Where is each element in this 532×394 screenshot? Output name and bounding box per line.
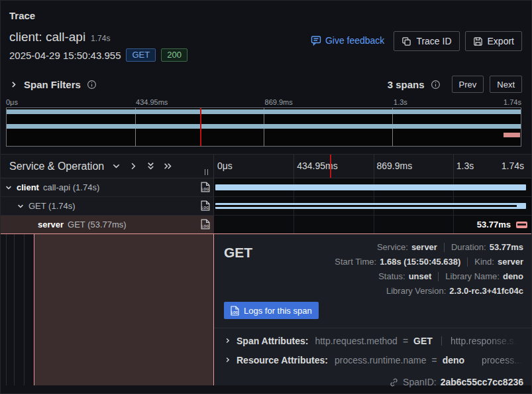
export-button[interactable]: Export	[465, 31, 522, 51]
selected-span-detail-gutter	[34, 234, 214, 385]
trace-panel: Trace client: call-api 1.74s 2025-04-29 …	[0, 0, 532, 394]
expand-one-icon[interactable]	[129, 161, 138, 171]
export-label: Export	[488, 36, 514, 46]
library-version-label: Library Version:	[386, 286, 446, 296]
minimap-span-bar-client	[7, 109, 521, 114]
prev-button[interactable]: Prev	[452, 76, 484, 93]
chevron-down-icon[interactable]	[17, 202, 25, 210]
start-time-value: 1.68s (15:50:45.638)	[380, 257, 460, 267]
give-feedback-label: Give feedback	[325, 35, 385, 46]
logs-icon[interactable]: LOG	[201, 200, 210, 213]
library-name-label: Library Name:	[445, 271, 500, 281]
span-track[interactable]	[214, 178, 532, 196]
link-icon[interactable]	[389, 377, 399, 387]
indent-guide	[14, 234, 15, 385]
span-filters-bar: Span Filters 3 spans Prev Next	[9, 74, 522, 95]
minimap-span-bar-get	[7, 124, 521, 129]
service-label: Service:	[377, 242, 408, 252]
info-icon[interactable]	[87, 80, 97, 90]
axis-tick: 434.95ms	[297, 161, 337, 171]
prev-label: Prev	[459, 80, 477, 90]
service-operation-header: Service & Operation	[1, 155, 214, 178]
info-icon[interactable]	[431, 80, 441, 90]
minimap-tick: 869.9ms	[265, 98, 293, 106]
span-detail-zone: GET Service: server Duration: 53.77ms St…	[1, 234, 532, 394]
span-duration-bar[interactable]	[215, 203, 526, 209]
attribute-key: http.request.method	[315, 336, 398, 346]
span-overview: Service: server Duration: 53.77ms Start …	[335, 242, 523, 296]
axis-tick: 1.3s	[456, 161, 474, 171]
span-row-get[interactable]: GET (1.74s) LOG	[1, 197, 532, 216]
start-time-label: Start Time:	[335, 257, 376, 267]
attribute-key-truncated: http.response.s...	[451, 336, 521, 346]
logs-icon[interactable]: LOG	[201, 182, 210, 194]
span-row-client[interactable]: client call-api (1.74s) LOG	[1, 178, 532, 197]
minimap-tick: 0μs	[6, 98, 18, 106]
span-attributes-row[interactable]: Span Attributes: http.request.method = G…	[224, 331, 523, 350]
span-detail-panel: GET Service: server Duration: 53.77ms St…	[214, 234, 532, 385]
trace-header-actions: Give feedback Trace ID Export	[311, 30, 522, 68]
attribute-value: GET	[413, 336, 433, 346]
expand-all-icon[interactable]	[163, 161, 173, 171]
status-value: unset	[409, 271, 432, 281]
trace-header-left: client: call-api 1.74s 2025-04-29 15:50:…	[9, 30, 187, 68]
resource-attributes-label: Resource Attributes:	[237, 355, 328, 365]
span-operation-name: GET (53.77ms)	[68, 220, 127, 230]
span-filters-toggle[interactable]: Span Filters	[9, 79, 97, 90]
span-duration-bar[interactable]	[215, 184, 526, 190]
span-row-server-selected[interactable]: server GET (53.77ms) LOG 53.77ms	[1, 216, 532, 234]
axis-tick: 1.74s	[502, 161, 524, 171]
svg-text:LOG: LOG	[201, 188, 209, 191]
svg-text:LOG: LOG	[231, 311, 238, 314]
collapse-all-icon[interactable]	[146, 161, 156, 171]
collapse-one-icon[interactable]	[111, 161, 121, 171]
next-label: Next	[497, 80, 515, 90]
svg-text:LOG: LOG	[201, 225, 209, 228]
trace-header: client: call-api 1.74s 2025-04-29 15:50:…	[9, 30, 522, 68]
duration-label: Duration:	[451, 242, 486, 252]
next-button[interactable]: Next	[490, 76, 522, 93]
chevron-right-icon	[224, 337, 231, 344]
indent-guide	[24, 234, 25, 385]
timeline-header: Service & Operation 0μs 434.95ms 869.9ms…	[1, 154, 532, 178]
span-detail-title: GET	[224, 245, 252, 296]
save-icon	[473, 36, 483, 46]
attribute-key: process.runtime.name	[335, 355, 427, 365]
chevron-down-icon[interactable]	[5, 184, 13, 192]
resource-attributes-row[interactable]: Resource Attributes: process.runtime.nam…	[224, 350, 523, 369]
span-id-value: 2ab6c55cc7cc8236	[441, 377, 523, 387]
span-operation-name: GET (1.74s)	[28, 201, 76, 211]
axis-tick: 869.9ms	[377, 161, 413, 171]
column-resizer-handle[interactable]	[205, 169, 209, 175]
trace-id-button[interactable]: Trace ID	[394, 31, 459, 51]
library-version-value: 2.3.0-rc.3+41fc04c	[449, 286, 523, 296]
attribute-value: deno	[443, 355, 464, 365]
axis-gridline	[453, 155, 454, 178]
span-track[interactable]: 53.77ms	[214, 216, 532, 233]
logs-icon[interactable]: LOG	[201, 219, 210, 231]
axis-gridline	[293, 155, 294, 178]
timeline-cursor	[330, 155, 331, 178]
minimap-tick: 1.74s	[504, 98, 521, 106]
trace-id-label: Trace ID	[416, 36, 451, 46]
divider	[214, 328, 532, 328]
kind-value: server	[498, 257, 523, 267]
trace-timestamp: 2025-04-29 15:50:43.955	[9, 50, 121, 61]
minimap-span-bar-server	[504, 133, 520, 137]
span-track[interactable]	[214, 197, 532, 215]
comment-icon	[311, 35, 321, 46]
minimap-cursor[interactable]	[200, 108, 201, 146]
minimap-tick: 1.3s	[394, 98, 407, 106]
span-duration-label: 53.77ms	[477, 220, 511, 230]
span-duration-bar[interactable]	[516, 222, 527, 228]
logs-for-span-label: Logs for this span	[244, 306, 312, 316]
logs-for-span-button[interactable]: LOG Logs for this span	[224, 302, 319, 319]
panel-title: Trace	[9, 10, 35, 21]
indent-guide	[6, 234, 7, 385]
give-feedback-link[interactable]: Give feedback	[311, 35, 385, 46]
service-operation-title: Service & Operation	[9, 161, 104, 172]
timeline-minimap[interactable]	[6, 107, 521, 147]
trace-duration: 1.74s	[91, 34, 110, 43]
span-matches-controls: 3 spans Prev Next	[388, 76, 522, 93]
status-label: Status:	[378, 271, 405, 281]
